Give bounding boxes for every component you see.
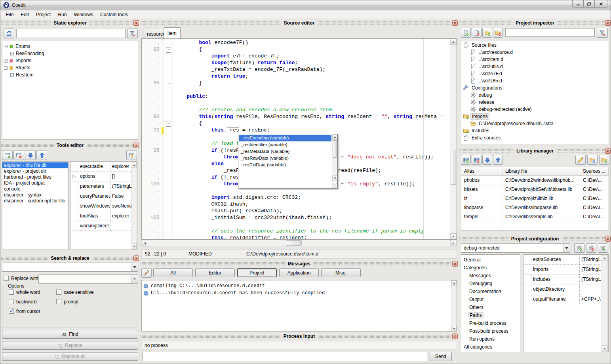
clear-messages-button[interactable] <box>141 268 152 278</box>
fold-margin[interactable] <box>164 120 173 127</box>
tool-grid-scrollbar[interactable] <box>131 162 137 250</box>
tool-list-item[interactable]: harbored - project files <box>2 174 68 180</box>
property-value[interactable]: (TStringL <box>580 274 602 284</box>
property-value[interactable]: (TStringL <box>580 265 602 274</box>
tool-list-item[interactable]: console <box>2 186 68 192</box>
close-panel-icon[interactable] <box>133 255 139 261</box>
menu-run[interactable]: Run <box>54 11 70 19</box>
code-line[interactable]: . import e7F: encode_7F; <box>142 53 450 60</box>
messages-scrollbar[interactable] <box>451 280 457 331</box>
column-header-alias[interactable]: Alias <box>461 167 503 175</box>
run-tool-button[interactable] <box>126 150 137 160</box>
close-panel-icon[interactable] <box>133 143 139 148</box>
library-from-project-button[interactable] <box>587 155 598 165</box>
config-category-item[interactable]: Others <box>463 303 520 311</box>
code-line[interactable]: . this._resIdentifier = resIdent; <box>142 235 450 239</box>
config-category-item[interactable]: Output <box>463 295 520 303</box>
tool-list-item[interactable]: dscanner - syntax <box>2 192 68 198</box>
code-line[interactable]: 92 this._res = resEnc; <box>142 127 450 134</box>
project-tree-item[interactable]: Includes <box>463 127 609 134</box>
code-line[interactable]: . <box>142 188 450 194</box>
replace-combobox[interactable] <box>38 274 138 284</box>
tool-property-row[interactable]: showWindowsswoNone <box>70 201 137 211</box>
config-property-row[interactable]: objectDirectory <box>523 284 608 294</box>
code-line[interactable]: . { <box>142 120 450 127</box>
titlebar[interactable]: Coedit <box>0 0 611 10</box>
refresh-button[interactable] <box>4 29 14 38</box>
resize-grip[interactable] <box>332 183 337 188</box>
search-option-checkbox[interactable]: whole word <box>9 290 40 295</box>
symbol-tree-item[interactable]: −Enums <box>4 43 138 50</box>
add-tool-button[interactable] <box>2 150 13 160</box>
expander-icon[interactable]: + <box>4 59 8 63</box>
config-category-item[interactable]: Paths <box>463 311 520 319</box>
filter-application-button[interactable]: Application <box>279 268 319 277</box>
code-line[interactable]: . return true; <box>142 73 450 80</box>
remove-file-button[interactable] <box>472 28 482 38</box>
tool-list-item[interactable]: explorer - this file dir <box>2 162 68 168</box>
search-option-checkbox[interactable]: case sensitive <box>56 290 93 295</box>
filter-all-button[interactable]: All <box>153 268 193 277</box>
search-option-checkbox[interactable]: backward <box>9 299 36 305</box>
column-header-sources[interactable]: Sources ... <box>580 167 609 175</box>
close-panel-icon[interactable] <box>605 20 611 26</box>
completion-popup[interactable]: _resEncoding (variable)_resIdentifier (v… <box>238 134 338 189</box>
remove-tool-button[interactable] <box>13 150 24 160</box>
add-library-folder-button[interactable] <box>599 155 609 165</box>
tool-list-item[interactable]: explorer - project dir <box>2 168 68 174</box>
close-panel-icon[interactable] <box>133 20 139 26</box>
code-line[interactable]: . /// creates and encodes a new resource… <box>142 107 450 114</box>
search-combobox[interactable] <box>2 263 138 272</box>
edit-library-button[interactable] <box>575 155 586 165</box>
symbol-filter-input[interactable] <box>16 29 126 38</box>
tool-property-row[interactable]: toolAliasexplorer <box>70 211 137 221</box>
expander-icon[interactable]: − <box>4 45 8 48</box>
code-line[interactable]: . bool encodee7F() <box>142 40 450 46</box>
completion-item[interactable]: _resRawData (variable) <box>239 155 331 162</box>
config-category-item[interactable]: Documentation <box>463 288 520 295</box>
filter-editor-button[interactable]: Editor <box>195 268 235 277</box>
config-category-item[interactable]: Debugging <box>463 280 520 288</box>
code-line[interactable]: 90 this(string resFile, ResEncoding resE… <box>142 114 450 120</box>
config-category-item[interactable]: Messages <box>463 272 520 280</box>
property-value[interactable]: <CPP>..\ <box>580 294 602 304</box>
code-line[interactable]: 80 { <box>142 46 450 53</box>
message-entry[interactable]: compiling C:\...\build\resource.d.coedit <box>142 282 457 290</box>
code-line[interactable]: . import std.digest.crc: CRC32; <box>142 194 450 201</box>
library-row[interactable]: izC:\Dev\dproj\iz\lib\iz.libC:\Dev\... <box>461 194 609 203</box>
config-property-row[interactable]: extraSources(TStringL <box>523 255 608 265</box>
config-grid-scrollbar[interactable] <box>601 255 608 352</box>
tool-property-row[interactable]: workingDirect <box>70 221 137 231</box>
config-category-item[interactable]: Post-build process <box>463 327 520 335</box>
completion-item[interactable]: _resMetaData (variable) <box>239 148 331 155</box>
property-value[interactable]: (TStringL <box>580 255 602 264</box>
library-row[interactable]: bitsetsC:\Dev\dproj\bitSet\lib\bitsets.l… <box>461 185 609 194</box>
filter-misc-button[interactable]: Misc. <box>321 268 361 277</box>
project-tree-item[interactable]: ..\src\e7F.d <box>463 70 609 77</box>
expander-icon[interactable]: − <box>4 66 8 70</box>
completion-item[interactable]: _resTxtData (variable) <box>239 162 331 168</box>
project-tree-item[interactable]: Extra sources <box>463 134 609 141</box>
project-tree-item[interactable]: Configurations <box>463 84 609 91</box>
column-header-library[interactable]: Library file <box>503 167 580 175</box>
project-tree-item[interactable]: release <box>463 99 609 106</box>
library-move-down-button[interactable] <box>482 155 492 165</box>
code-line[interactable]: . scope(failure) return false; <box>142 60 450 67</box>
replace-button[interactable]: baReplace <box>2 341 138 350</box>
expander-icon[interactable]: + <box>10 73 14 77</box>
expander-icon[interactable]: + <box>10 52 14 55</box>
code-line[interactable]: . public: <box>142 93 450 100</box>
minimize-button[interactable] <box>572 0 584 8</box>
add-folder-button[interactable] <box>482 28 492 38</box>
config-category-item[interactable]: Categories <box>463 264 520 272</box>
code-line[interactable]: 105 _initialSum = crc322uint(ihash.finis… <box>142 215 450 221</box>
find-button[interactable]: Find <box>2 330 138 339</box>
tool-list-item[interactable]: dscanner - custom opt for file <box>2 198 68 204</box>
search-option-checkbox[interactable]: from cursor <box>9 309 40 314</box>
completion-scrollbar[interactable] <box>332 134 337 182</box>
tool-property-row[interactable]: executableexplorer <box>70 162 137 172</box>
project-tree-item[interactable]: debug <box>463 91 609 99</box>
menu-project[interactable]: Project <box>32 11 54 19</box>
replace-all-button[interactable]: baReplace all <box>2 352 138 361</box>
inspector-filter-input[interactable] <box>505 28 595 37</box>
